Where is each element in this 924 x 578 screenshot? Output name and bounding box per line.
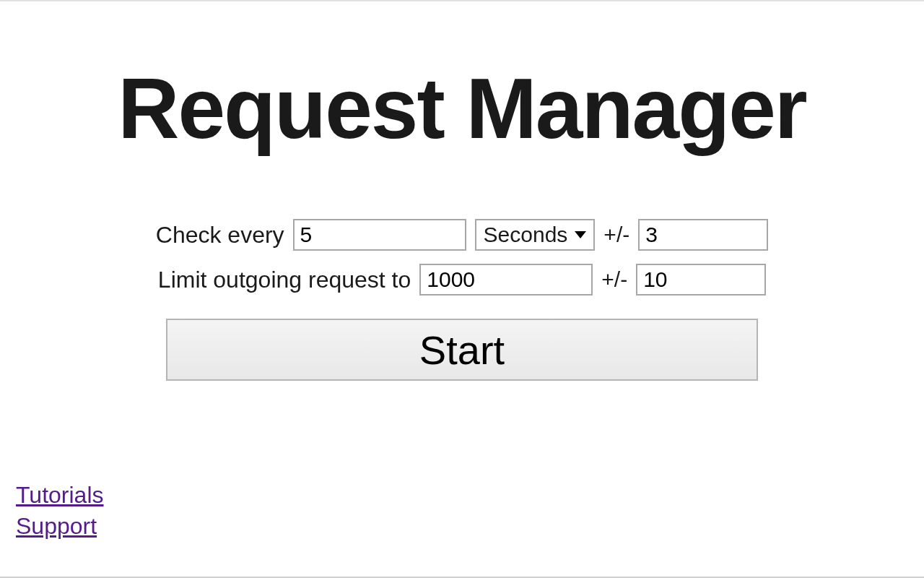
time-unit-selected-value: Seconds [484,223,568,247]
app-window: Request Manager Check every Seconds +/- … [0,0,924,578]
time-unit-select[interactable]: Seconds [475,219,596,251]
check-interval-input[interactable] [293,219,466,251]
check-variance-input[interactable] [638,219,768,251]
page-title: Request Manager [0,59,924,158]
limit-variance-label: +/- [601,267,627,292]
settings-form: Check every Seconds +/- Limit outgoing r… [0,219,924,381]
limit-label: Limit outgoing request to [158,267,411,293]
support-link[interactable]: Support [16,511,104,542]
check-every-label: Check every [156,222,284,249]
start-button[interactable]: Start [166,319,758,381]
limit-row: Limit outgoing request to +/- [158,264,766,296]
tutorials-link[interactable]: Tutorials [16,480,104,511]
limit-variance-input[interactable] [636,264,766,296]
check-interval-row: Check every Seconds +/- [156,219,768,251]
chevron-down-icon [575,231,586,238]
limit-value-input[interactable] [419,264,593,296]
footer-links: Tutorials Support [16,480,104,542]
check-variance-label: +/- [603,223,629,247]
